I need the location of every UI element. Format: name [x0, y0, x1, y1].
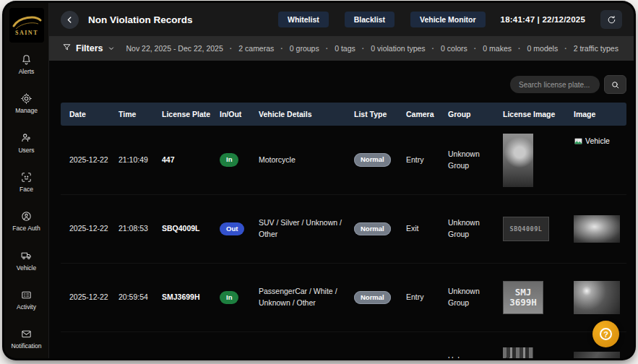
sidebar-item-face-auth[interactable]: Face Auth — [5, 209, 48, 232]
cell-inout: In — [211, 153, 250, 166]
brand-name: SAINT — [15, 30, 38, 36]
brand-logo: SAINT — [9, 8, 44, 43]
inout-badge: In — [220, 291, 238, 304]
page-title: Non Violation Records — [88, 14, 193, 25]
sidebar-item-alerts[interactable]: Alerts — [5, 53, 48, 75]
sidebar-item-manage[interactable]: Manage — [5, 92, 48, 114]
main-area: Non Violation Records WhitelistBlacklist… — [49, 3, 634, 358]
refresh-icon — [607, 15, 616, 25]
search-button[interactable] — [604, 75, 626, 94]
help-button[interactable]: ? — [592, 321, 619, 347]
cell-image: Vehicle — [565, 136, 626, 147]
cell-camera: Entry — [397, 155, 439, 166]
whitelist-button[interactable]: Whitelist — [278, 12, 329, 27]
license-photo[interactable] — [503, 134, 533, 187]
sidebar-item-label: Manage — [15, 108, 38, 114]
cell-license-plate: 447 — [153, 155, 211, 166]
sidebar-nav: AlertsManageUsersFaceFace AuthVehicleAct… — [5, 53, 48, 350]
records-table: DateTimeLicense PlateIn/OutVehicle Detai… — [61, 103, 626, 358]
sidebar: SAINT AlertsManageUsersFaceFace AuthVehi… — [4, 3, 49, 358]
cell-vehicle-details: SUV / Silver / Unknown / Other — [250, 217, 345, 240]
cell-group: Unknown Group — [439, 217, 494, 240]
cell-vehicle-details: Motorcycle — [250, 155, 345, 166]
saint-logo-icon: SAINT — [11, 14, 43, 37]
column-header-list-type: List Type — [345, 110, 397, 118]
vehicle-photo[interactable] — [574, 352, 620, 358]
license-photo[interactable] — [503, 347, 533, 358]
cell-date: 2025-12-22 — [61, 155, 110, 166]
vehicle-photo[interactable] — [574, 281, 620, 314]
blacklist-button[interactable]: Blacklist — [345, 12, 395, 27]
vehicle-monitor-button[interactable]: Vehicle Monitor — [410, 12, 486, 27]
sidebar-item-label: Alerts — [19, 69, 35, 75]
column-header-license-plate: License Plate — [153, 110, 211, 118]
license-plate-image[interactable]: SMJ 3699H — [503, 281, 543, 314]
sidebar-item-label: Activity — [17, 304, 36, 311]
table-row[interactable]: 2025-12-2220:59:52SMJ3699HOutSaloonCar /… — [61, 332, 626, 358]
cell-list-type: Normal — [345, 153, 397, 166]
column-header-in/out: In/Out — [211, 110, 250, 118]
topbar: Non Violation Records WhitelistBlacklist… — [49, 3, 634, 36]
broken-image-icon — [574, 136, 583, 146]
table-body: 2025-12-2221:10:49447InMotorcycleNormalE… — [61, 126, 626, 358]
column-header-time: Time — [110, 110, 153, 118]
filter-summary-item: 0 makes — [483, 44, 512, 53]
filter-summary: Nov 22, 2025 - Dec 22, 2025·2 cameras·0 … — [126, 44, 618, 53]
refresh-button[interactable] — [600, 10, 622, 29]
sidebar-item-vehicle[interactable]: Vehicle — [5, 249, 48, 272]
filter-summary-item: 2 cameras — [238, 44, 274, 53]
filter-summary-item: Nov 22, 2025 - Dec 22, 2025 — [126, 44, 223, 53]
cell-license-image — [494, 134, 565, 187]
cell-license-plate: SBQ4009L — [153, 223, 211, 235]
separator-dot: · — [432, 44, 435, 53]
separator-dot: · — [518, 44, 521, 53]
sidebar-item-activity[interactable]: Activity — [5, 288, 48, 311]
column-header-vehicle-details: Vehicle Details — [250, 110, 345, 118]
cell-image — [565, 352, 626, 358]
list-type-badge: Normal — [354, 291, 391, 304]
separator-dot: · — [326, 44, 329, 53]
cell-group: Unknown Group — [439, 286, 494, 309]
face-scan-icon — [20, 170, 33, 183]
cell-camera: Exit — [397, 223, 439, 235]
table-row[interactable]: 2025-12-2221:10:49447InMotorcycleNormalE… — [61, 126, 626, 194]
cell-list-type: Normal — [345, 222, 397, 235]
license-plate-image[interactable]: SBQ4009L — [503, 217, 549, 241]
cell-date: 2025-12-22 — [61, 223, 110, 235]
cell-vehicle-details: PassengerCar / White / Unknown / Other — [250, 286, 345, 309]
broken-image-placeholder[interactable]: Vehicle — [574, 136, 610, 147]
notification-icon — [20, 327, 33, 340]
cell-time: 20:59:54 — [110, 292, 153, 303]
image-alt-text: Vehicle — [585, 136, 610, 147]
filter-summary-item: 0 colors — [441, 44, 467, 53]
table-row[interactable]: 2025-12-2221:08:53SBQ4009LOutSUV / Silve… — [61, 194, 626, 263]
back-button[interactable] — [61, 11, 79, 29]
filter-bar: Filters Nov 22, 2025 - Dec 22, 2025·2 ca… — [49, 36, 634, 61]
sidebar-item-users[interactable]: Users — [5, 131, 48, 154]
clock-display: 18:41:47 | 22/12/2025 — [501, 15, 585, 24]
cell-image — [565, 215, 626, 243]
cell-group: Unknown Group — [439, 355, 494, 358]
topbar-right: WhitelistBlacklistVehicle Monitor 18:41:… — [278, 10, 622, 29]
cell-list-type: Normal — [345, 291, 397, 304]
vehicle-icon — [20, 249, 33, 262]
list-type-badge: Normal — [354, 153, 391, 166]
column-header-license-image: License Image — [494, 110, 565, 118]
cell-license-plate: SMJ3699H — [153, 292, 211, 303]
separator-dot: · — [564, 44, 567, 53]
cell-group: Unknown Group — [439, 149, 494, 172]
search-input[interactable] — [510, 76, 600, 93]
inout-badge: Out — [220, 222, 244, 235]
table-row[interactable]: 2025-12-2220:59:54SMJ3699HInPassengerCar… — [61, 263, 626, 332]
sidebar-item-notification[interactable]: Notification — [5, 327, 48, 350]
separator-dot: · — [474, 44, 477, 53]
filter-summary-item: 0 tags — [335, 44, 355, 53]
sidebar-item-label: Notification — [11, 343, 41, 350]
vehicle-photo[interactable] — [574, 215, 620, 243]
sidebar-item-face[interactable]: Face — [5, 170, 48, 193]
chevron-down-icon — [108, 42, 115, 55]
app-window: SAINT AlertsManageUsersFaceFace AuthVehi… — [4, 3, 634, 358]
filter-funnel-icon — [62, 42, 72, 55]
filters-toggle[interactable]: Filters — [62, 42, 115, 55]
separator-dot: · — [230, 44, 233, 53]
